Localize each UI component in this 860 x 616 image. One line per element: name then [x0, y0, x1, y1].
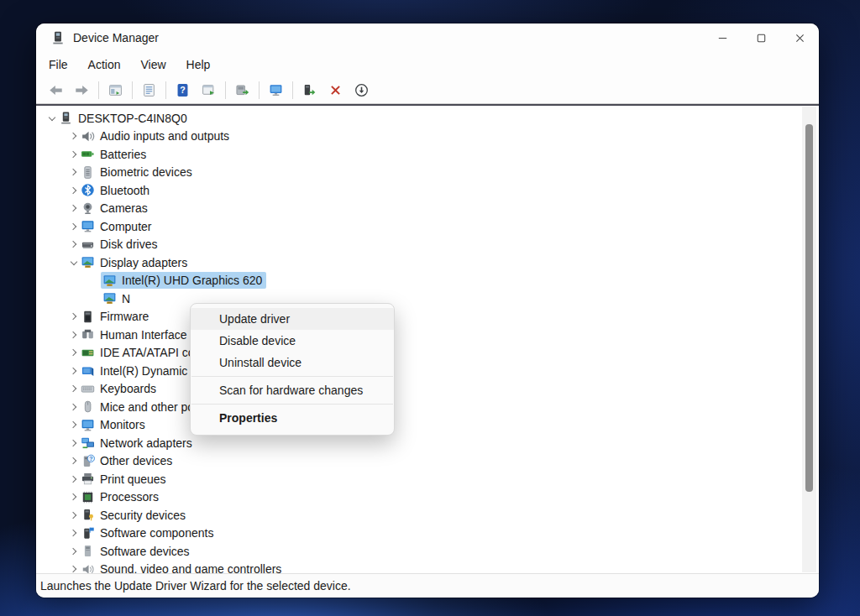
chevron-collapsed-icon[interactable] — [68, 384, 79, 394]
tree-item-content: Cameras — [79, 200, 152, 217]
tree-item-sound-video-and-game-controllers[interactable]: Sound, video and game controllers — [36, 561, 800, 574]
uninstall-device-button[interactable] — [324, 80, 347, 101]
tree-item-label: Security devices — [100, 509, 186, 522]
tree-item-display-adapters[interactable]: Display adapters — [36, 253, 800, 272]
context-menu-item-scan-for-hardware-changes[interactable]: Scan for hardware changes — [191, 379, 394, 401]
chevron-collapsed-icon[interactable] — [68, 546, 79, 556]
tree-item-software-components[interactable]: Software components — [36, 525, 800, 543]
tree-item-desktop-c4in8q0[interactable]: DESKTOP-C4IN8Q0 — [36, 109, 800, 128]
chevron-collapsed-icon[interactable] — [68, 221, 79, 232]
vertical-scrollbar[interactable] — [802, 107, 816, 572]
forward-button[interactable] — [71, 80, 93, 101]
scrollbar-thumb[interactable] — [805, 124, 813, 492]
chevron-collapsed-icon[interactable] — [68, 329, 79, 340]
chevron-collapsed-icon[interactable] — [68, 347, 79, 358]
update-driver-software-button[interactable] — [231, 80, 254, 101]
help-button[interactable] — [171, 80, 194, 101]
tree-item-label: N — [122, 292, 130, 305]
tree-item-label: Software components — [100, 526, 213, 540]
tree-item-network-adapters[interactable]: Network adapters — [36, 434, 800, 452]
tree-item-audio-inputs-and-outputs[interactable]: Audio inputs and outputs — [36, 128, 800, 146]
chevron-collapsed-icon[interactable] — [68, 528, 79, 539]
context-menu-item-disable-device[interactable]: Disable device — [191, 330, 394, 352]
tree-item-bluetooth[interactable]: Bluetooth — [36, 181, 800, 200]
menu-action[interactable]: Action — [78, 55, 131, 75]
tree-item-computer[interactable]: Computer — [36, 217, 800, 236]
properties-button[interactable] — [138, 80, 160, 101]
chevron-collapsed-icon[interactable] — [68, 401, 79, 412]
tree-item-content: Audio inputs and outputs — [79, 128, 233, 144]
menu-help[interactable]: Help — [176, 55, 221, 75]
chevron-collapsed-icon[interactable] — [68, 473, 79, 484]
chevron-collapsed-icon[interactable] — [68, 203, 79, 214]
tree-item-content: Bluetooth — [79, 182, 154, 199]
context-menu-item-update-driver[interactable]: Update driver — [191, 308, 394, 330]
maximize-button[interactable] — [742, 23, 780, 52]
tree-item-firmware[interactable]: Firmware — [36, 308, 800, 326]
chevron-collapsed-icon[interactable] — [68, 564, 79, 573]
scan-for-hardware-changes-button[interactable] — [265, 80, 287, 101]
tree-item-cameras[interactable]: Cameras — [36, 200, 800, 218]
monitor-icon — [81, 418, 95, 432]
menu-file[interactable]: File — [39, 55, 78, 75]
tree-item-ide-ata-atapi-controllers[interactable]: IDE ATA/ATAPI controllers — [36, 344, 800, 363]
scan-computer-icon — [269, 83, 283, 97]
chevron-collapsed-icon[interactable] — [68, 492, 79, 503]
tree-item-other-devices[interactable]: Other devices — [36, 452, 800, 471]
tree-item-monitors[interactable]: Monitors — [36, 416, 800, 435]
minimize-button[interactable] — [703, 23, 742, 52]
export-list-button[interactable] — [197, 80, 220, 101]
tree-item-content: Software components — [79, 525, 218, 541]
security-icon — [81, 508, 95, 522]
tree-item-intel-r-dynamic-platform-and-thermal-framework[interactable]: Intel(R) Dynamic Platform and Thermal Fr… — [36, 362, 800, 380]
chevron-collapsed-icon[interactable] — [68, 239, 79, 250]
tree-item-intel-r-uhd-graphics-620[interactable]: Intel(R) UHD Graphics 620 — [36, 272, 800, 290]
chevron-collapsed-icon[interactable] — [68, 185, 79, 196]
toolbar-separator — [225, 81, 226, 99]
battery-icon — [81, 147, 95, 161]
tree-item-biometric-devices[interactable]: Biometric devices — [36, 164, 800, 182]
chevron-collapsed-icon[interactable] — [68, 131, 79, 142]
tree-item-disk-drives[interactable]: Disk drives — [36, 236, 800, 254]
context-menu-separator — [191, 404, 393, 405]
tree-item-label: Audio inputs and outputs — [100, 129, 229, 143]
minimize-icon — [716, 32, 729, 44]
tree-item-batteries[interactable]: Batteries — [36, 145, 800, 164]
forward-arrow-icon — [75, 83, 89, 97]
tree-item-label: Firmware — [100, 310, 149, 323]
chevron-collapsed-icon[interactable] — [68, 437, 79, 448]
tree-item-n[interactable]: N — [36, 290, 800, 308]
chevron-expanded-icon[interactable] — [68, 257, 79, 268]
chevron-collapsed-icon[interactable] — [68, 365, 79, 376]
menu-view[interactable]: View — [130, 55, 176, 75]
tree-item-print-queues[interactable]: Print queues — [36, 470, 800, 488]
tree-item-security-devices[interactable]: Security devices — [36, 506, 800, 525]
show-console-tree-button[interactable] — [104, 80, 127, 101]
tree-item-content: Batteries — [79, 146, 150, 163]
unknown-device-icon — [81, 454, 95, 468]
context-menu-item-uninstall-device[interactable]: Uninstall device — [191, 352, 394, 373]
disable-circle-icon — [354, 83, 369, 97]
display-adapter-icon — [102, 274, 117, 288]
tree-item-label: Network adapters — [100, 436, 192, 450]
update-driver-button[interactable] — [298, 80, 321, 101]
chevron-collapsed-icon[interactable] — [68, 167, 79, 178]
chevron-expanded-icon[interactable] — [46, 112, 57, 123]
back-button[interactable] — [45, 80, 67, 101]
chevron-collapsed-icon[interactable] — [68, 509, 79, 520]
toolbar-separator — [132, 81, 133, 99]
tree-item-mice-and-other-pointing-devices[interactable]: Mice and other pointing devices — [36, 398, 800, 416]
tree-item-keyboards[interactable]: Keyboards — [36, 380, 800, 399]
export-window-icon — [202, 83, 216, 97]
tree-item-human-interface-devices[interactable]: Human Interface Devices — [36, 326, 800, 344]
tree-item-software-devices[interactable]: Software devices — [36, 542, 800, 561]
close-button[interactable] — [780, 23, 819, 52]
chevron-collapsed-icon[interactable] — [68, 311, 79, 322]
chevron-collapsed-icon[interactable] — [68, 149, 79, 159]
disable-device-button[interactable] — [350, 80, 373, 101]
tree-item-processors[interactable]: Processors — [36, 488, 800, 507]
chevron-collapsed-icon[interactable] — [68, 456, 79, 467]
title-bar[interactable]: Device Manager — [36, 23, 819, 52]
context-menu-item-properties[interactable]: Properties — [191, 407, 394, 429]
chevron-collapsed-icon[interactable] — [68, 420, 79, 431]
